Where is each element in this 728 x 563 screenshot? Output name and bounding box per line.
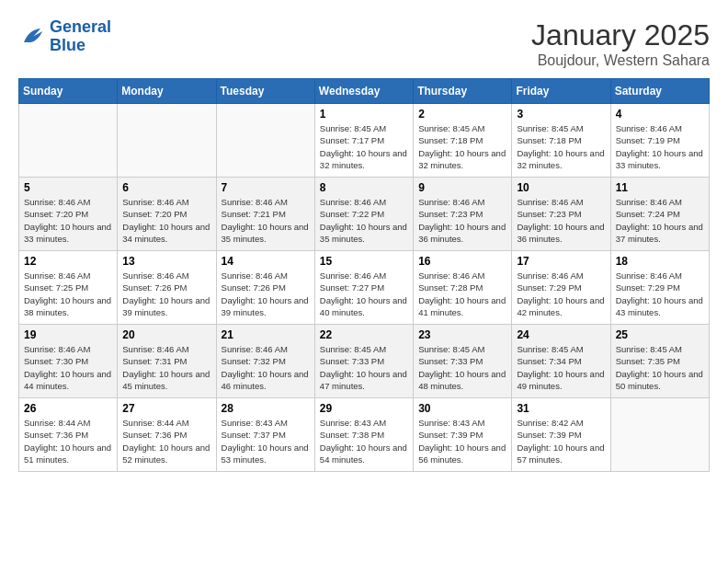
day-number: 23 (418, 328, 506, 341)
calendar-day-cell: 24Sunrise: 8:45 AMSunset: 7:34 PMDayligh… (512, 325, 610, 398)
calendar-day-cell: 17Sunrise: 8:46 AMSunset: 7:29 PMDayligh… (512, 251, 610, 325)
calendar-day-cell: 30Sunrise: 8:43 AMSunset: 7:39 PMDayligh… (414, 398, 512, 472)
calendar-day-cell: 5Sunrise: 8:46 AMSunset: 7:20 PMDaylight… (19, 178, 118, 251)
day-info: Sunrise: 8:46 AMSunset: 7:29 PMDaylight:… (616, 270, 704, 318)
day-number: 25 (616, 328, 704, 341)
calendar-header-monday: Monday (118, 79, 216, 104)
day-number: 16 (418, 255, 506, 268)
calendar-day-cell: 19Sunrise: 8:46 AMSunset: 7:30 PMDayligh… (19, 325, 118, 398)
day-info: Sunrise: 8:45 AMSunset: 7:33 PMDaylight:… (418, 343, 506, 392)
logo: General Blue (18, 18, 111, 55)
title-block: January 2025 Boujdour, Western Sahara (531, 18, 710, 69)
day-info: Sunrise: 8:46 AMSunset: 7:22 PMDaylight:… (320, 196, 408, 245)
day-number: 11 (616, 181, 704, 194)
day-number: 9 (418, 181, 506, 194)
calendar-day-cell: 18Sunrise: 8:46 AMSunset: 7:29 PMDayligh… (610, 251, 709, 325)
calendar-day-cell: 11Sunrise: 8:46 AMSunset: 7:24 PMDayligh… (610, 178, 709, 251)
day-info: Sunrise: 8:46 AMSunset: 7:30 PMDaylight:… (24, 343, 112, 392)
calendar-day-cell: 29Sunrise: 8:43 AMSunset: 7:38 PMDayligh… (314, 398, 413, 472)
day-info: Sunrise: 8:45 AMSunset: 7:18 PMDaylight:… (517, 122, 605, 171)
calendar-day-cell (19, 104, 118, 178)
day-info: Sunrise: 8:45 AMSunset: 7:17 PMDaylight:… (320, 122, 408, 171)
day-info: Sunrise: 8:46 AMSunset: 7:25 PMDaylight:… (24, 270, 112, 318)
calendar-day-cell: 3Sunrise: 8:45 AMSunset: 7:18 PMDaylight… (512, 104, 610, 178)
day-number: 2 (418, 108, 506, 121)
calendar-day-cell: 16Sunrise: 8:46 AMSunset: 7:28 PMDayligh… (414, 251, 512, 325)
day-info: Sunrise: 8:45 AMSunset: 7:33 PMDaylight:… (320, 343, 408, 392)
day-info: Sunrise: 8:43 AMSunset: 7:38 PMDaylight:… (320, 417, 408, 465)
day-number: 5 (24, 181, 112, 194)
day-number: 31 (517, 402, 605, 415)
calendar-day-cell: 4Sunrise: 8:46 AMSunset: 7:19 PMDaylight… (610, 104, 709, 178)
day-info: Sunrise: 8:46 AMSunset: 7:26 PMDaylight:… (222, 270, 310, 318)
calendar-day-cell: 14Sunrise: 8:46 AMSunset: 7:26 PMDayligh… (216, 251, 314, 325)
calendar-table: SundayMondayTuesdayWednesdayThursdayFrid… (18, 78, 710, 472)
day-number: 8 (320, 181, 408, 194)
day-number: 28 (222, 402, 310, 415)
calendar-header-wednesday: Wednesday (314, 79, 413, 104)
calendar-day-cell: 6Sunrise: 8:46 AMSunset: 7:20 PMDaylight… (118, 178, 216, 251)
month-title: January 2025 (531, 18, 710, 52)
day-info: Sunrise: 8:46 AMSunset: 7:26 PMDaylight:… (122, 270, 210, 318)
day-info: Sunrise: 8:46 AMSunset: 7:29 PMDaylight:… (517, 270, 605, 318)
calendar-day-cell: 25Sunrise: 8:45 AMSunset: 7:35 PMDayligh… (610, 325, 709, 398)
calendar-week-row: 12Sunrise: 8:46 AMSunset: 7:25 PMDayligh… (19, 251, 710, 325)
day-info: Sunrise: 8:43 AMSunset: 7:39 PMDaylight:… (418, 417, 506, 465)
logo-text: General Blue (50, 18, 111, 55)
day-info: Sunrise: 8:43 AMSunset: 7:37 PMDaylight:… (222, 417, 310, 465)
calendar-week-row: 26Sunrise: 8:44 AMSunset: 7:36 PMDayligh… (19, 398, 710, 472)
day-number: 10 (517, 181, 605, 194)
calendar-header-sunday: Sunday (19, 79, 118, 104)
day-number: 24 (517, 328, 605, 341)
calendar-day-cell (216, 104, 314, 178)
calendar-day-cell (610, 398, 709, 472)
day-info: Sunrise: 8:46 AMSunset: 7:28 PMDaylight:… (418, 270, 506, 318)
day-info: Sunrise: 8:46 AMSunset: 7:27 PMDaylight:… (320, 270, 408, 318)
day-info: Sunrise: 8:46 AMSunset: 7:20 PMDaylight:… (24, 196, 112, 245)
day-number: 15 (320, 255, 408, 268)
calendar-day-cell: 12Sunrise: 8:46 AMSunset: 7:25 PMDayligh… (19, 251, 118, 325)
calendar-header-saturday: Saturday (610, 79, 709, 104)
calendar-day-cell: 10Sunrise: 8:46 AMSunset: 7:23 PMDayligh… (512, 178, 610, 251)
day-info: Sunrise: 8:46 AMSunset: 7:23 PMDaylight:… (418, 196, 506, 245)
calendar-day-cell: 2Sunrise: 8:45 AMSunset: 7:18 PMDaylight… (414, 104, 512, 178)
calendar-week-row: 1Sunrise: 8:45 AMSunset: 7:17 PMDaylight… (19, 104, 710, 178)
day-info: Sunrise: 8:45 AMSunset: 7:35 PMDaylight:… (616, 343, 704, 392)
calendar-day-cell: 22Sunrise: 8:45 AMSunset: 7:33 PMDayligh… (314, 325, 413, 398)
day-number: 30 (418, 402, 506, 415)
calendar-day-cell: 31Sunrise: 8:42 AMSunset: 7:39 PMDayligh… (512, 398, 610, 472)
day-number: 14 (222, 255, 310, 268)
day-info: Sunrise: 8:46 AMSunset: 7:24 PMDaylight:… (616, 196, 704, 245)
logo-bird-icon (18, 23, 46, 51)
day-number: 17 (517, 255, 605, 268)
calendar-header-friday: Friday (512, 79, 610, 104)
calendar-day-cell: 9Sunrise: 8:46 AMSunset: 7:23 PMDaylight… (414, 178, 512, 251)
calendar-day-cell (118, 104, 216, 178)
day-info: Sunrise: 8:45 AMSunset: 7:18 PMDaylight:… (418, 122, 506, 171)
day-number: 26 (24, 402, 112, 415)
day-number: 6 (122, 181, 210, 194)
calendar-day-cell: 15Sunrise: 8:46 AMSunset: 7:27 PMDayligh… (314, 251, 413, 325)
day-info: Sunrise: 8:46 AMSunset: 7:32 PMDaylight:… (222, 343, 310, 392)
day-number: 19 (24, 328, 112, 341)
day-number: 18 (616, 255, 704, 268)
calendar-header-thursday: Thursday (414, 79, 512, 104)
calendar-day-cell: 1Sunrise: 8:45 AMSunset: 7:17 PMDaylight… (314, 104, 413, 178)
calendar-week-row: 5Sunrise: 8:46 AMSunset: 7:20 PMDaylight… (19, 178, 710, 251)
day-number: 13 (122, 255, 210, 268)
calendar-week-row: 19Sunrise: 8:46 AMSunset: 7:30 PMDayligh… (19, 325, 710, 398)
calendar-header-tuesday: Tuesday (216, 79, 314, 104)
day-number: 27 (122, 402, 210, 415)
day-info: Sunrise: 8:46 AMSunset: 7:31 PMDaylight:… (122, 343, 210, 392)
day-info: Sunrise: 8:44 AMSunset: 7:36 PMDaylight:… (122, 417, 210, 465)
calendar-day-cell: 8Sunrise: 8:46 AMSunset: 7:22 PMDaylight… (314, 178, 413, 251)
calendar-header-row: SundayMondayTuesdayWednesdayThursdayFrid… (19, 79, 710, 104)
day-number: 3 (517, 108, 605, 121)
calendar-day-cell: 27Sunrise: 8:44 AMSunset: 7:36 PMDayligh… (118, 398, 216, 472)
day-number: 22 (320, 328, 408, 341)
day-number: 29 (320, 402, 408, 415)
location: Boujdour, Western Sahara (531, 52, 710, 69)
day-info: Sunrise: 8:46 AMSunset: 7:21 PMDaylight:… (222, 196, 310, 245)
calendar-day-cell: 23Sunrise: 8:45 AMSunset: 7:33 PMDayligh… (414, 325, 512, 398)
day-info: Sunrise: 8:44 AMSunset: 7:36 PMDaylight:… (24, 417, 112, 465)
